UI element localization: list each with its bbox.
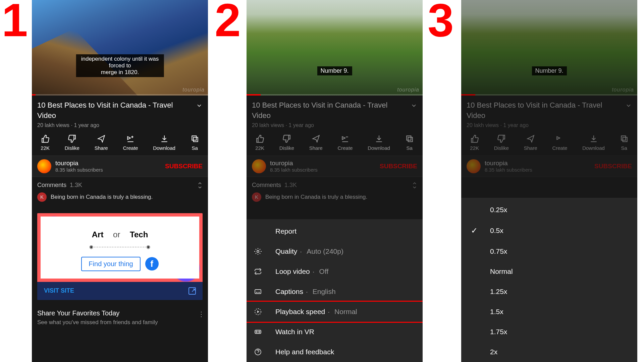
expand-description-icon [411,102,417,109]
help-icon [254,348,265,356]
action-bar: 22K Dislike Share Create Download Sa [247,133,423,156]
svg-rect-0 [192,136,196,140]
facebook-icon[interactable]: f [145,257,159,270]
speed-option-2x[interactable]: 2x [461,342,637,362]
svg-point-12 [259,331,260,333]
screenshot-panel-2: Number 9. touropia 10 Best Places to Vis… [247,0,423,362]
progress-bar[interactable] [32,94,208,96]
channel-subs: 8.35 lakh subscribers [270,167,380,173]
sponsored-ad-card[interactable]: Art or Tech ◉···························… [37,213,203,300]
create-icon [126,134,135,143]
speed-option-125x[interactable]: 1.25x [461,282,637,302]
speed-option-15x[interactable]: 1.5x [461,302,637,322]
comment-text: Being born in Canada is truly a blessing… [51,194,153,200]
video-player[interactable]: independent colony until it was forced t… [32,0,208,96]
video-meta: 20 lakh views · 1 year ago [247,122,423,133]
step-number-1: 1 [2,0,28,44]
video-player[interactable]: Number 9. touropia [247,0,423,96]
loop-icon [254,267,265,276]
watermark-label: touropia [182,87,205,93]
menu-item-captions[interactable]: Captions·English [247,282,423,302]
step-number-2: 2 [215,0,241,44]
channel-row[interactable]: touropia 8.35 lakh subscribers SUBSCRIBE [32,156,208,177]
ad-cta-button[interactable]: Find your thing [81,257,140,271]
menu-item-help[interactable]: Help and feedback [247,342,423,362]
ad-text-headline: Share Your Favorites Today [37,309,203,317]
speed-option-025x[interactable]: 0.25x [461,200,637,220]
speed-option-normal[interactable]: Normal [461,261,637,282]
speed-option-175x[interactable]: 1.75x [461,322,637,342]
screenshot-panel-1: independent colony until it was forced t… [32,0,208,362]
svg-point-4 [257,250,259,252]
like-button[interactable]: 22K [33,134,57,151]
channel-name[interactable]: touropia [55,160,165,167]
svg-rect-7 [258,292,260,293]
subscribe-button[interactable]: SUBSCRIBE [165,163,203,170]
watermark-label: touropia [397,87,419,93]
share-button[interactable]: Share [87,134,115,151]
comment-preview[interactable]: K Being born in Canada is truly a blessi… [32,192,208,208]
vr-icon [254,328,265,336]
flag-icon [254,227,265,235]
thumbs-up-icon [41,134,50,143]
thumbs-down-icon [68,134,76,143]
channel-avatar [252,159,266,173]
screenshot-panel-3: Number 9. touropia 10 Best Places to Vis… [461,0,637,362]
speed-option-05x[interactable]: ✓0.5x [461,220,637,241]
ad-more-icon[interactable]: ⋮ [198,310,205,318]
video-caption: Number 9. [317,66,352,75]
commenter-avatar: K [37,192,47,202]
menu-item-playback-speed[interactable]: Playback speed·Normal [247,302,423,322]
video-meta: 20 lakh views · 1 year ago [32,122,208,133]
playback-speed-sheet: 0.25x ✓0.5x 0.75x Normal 1.25x 1.5x 1.75… [461,198,637,362]
menu-item-report[interactable]: Report [247,221,423,241]
svg-marker-9 [257,310,259,313]
svg-rect-3 [408,137,412,141]
watermark-label: touropia [612,87,634,93]
ad-headline: Art or Tech [47,230,193,239]
video-title: 10 Best Places to Visit in Canada - Trav… [467,100,623,121]
gear-icon [254,247,265,255]
comments-count: 1.3K [70,182,82,189]
comments-header[interactable]: Comments 1.3K [32,177,208,192]
dislike-button[interactable]: Dislike [57,134,87,151]
svg-point-11 [256,331,257,333]
menu-item-loop[interactable]: Loop video·Off [247,261,423,282]
channel-name: touropia [270,160,380,167]
menu-item-quality[interactable]: Quality·Auto (240p) [247,241,423,261]
video-caption: independent colony until it was forced t… [76,54,164,77]
speed-icon [254,308,265,316]
external-link-icon [189,287,196,295]
download-icon [160,134,169,143]
video-title: 10 Best Places to Visit in Canada - Trav… [252,100,408,121]
svg-rect-14 [621,136,626,140]
video-player[interactable]: Number 9. touropia [461,0,637,96]
visit-site-bar[interactable]: VISIT SITE [37,282,203,300]
download-button[interactable]: Download [146,134,183,151]
video-title[interactable]: 10 Best Places to Visit in Canada - Trav… [37,100,193,121]
expand-comments-icon[interactable] [197,182,203,189]
channel-avatar[interactable] [37,159,51,173]
action-bar: 22K Dislike Share Create Download Sa [32,133,208,156]
options-bottom-sheet: Report Quality·Auto (240p) Loop video·Of… [247,219,423,362]
expand-description-icon[interactable] [196,102,203,109]
svg-rect-6 [256,292,258,293]
ad-text-sub: See what you've missed from friends and … [37,319,203,326]
channel-subs: 8.35 lakh subscribers [55,167,165,173]
video-caption: Number 9. [532,66,567,75]
create-button[interactable]: Create [115,134,146,151]
menu-item-vr[interactable]: Watch in VR [247,322,423,342]
svg-rect-1 [193,137,198,141]
svg-rect-2 [407,136,411,140]
share-icon [97,134,106,143]
svg-rect-15 [623,137,627,141]
check-icon: ✓ [469,226,480,235]
save-button[interactable]: Sa [183,134,207,151]
save-icon [191,134,199,143]
speed-option-075x[interactable]: 0.75x [461,241,637,261]
step-number-3: 3 [428,0,454,44]
captions-icon [254,288,265,296]
svg-rect-5 [255,290,261,294]
subscribe-button: SUBSCRIBE [380,163,417,170]
